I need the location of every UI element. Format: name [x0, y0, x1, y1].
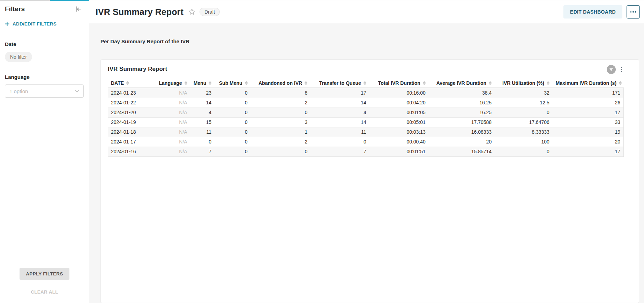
sort-icon [209, 81, 211, 85]
table-cell: 0 [215, 147, 251, 156]
sort-icon [364, 81, 366, 85]
table-cell: 11 [310, 127, 369, 137]
sort-icon [245, 81, 248, 85]
table-cell: 0 [215, 137, 251, 147]
column-header[interactable]: Sub Menu [215, 79, 251, 88]
column-header[interactable]: Menu [190, 79, 215, 88]
filter-label-language: Language [5, 74, 84, 80]
plus-icon [5, 22, 9, 26]
table-cell: 00:04:20 [369, 98, 429, 108]
table-cell: 38.4 [429, 88, 495, 98]
table-cell: 0 [310, 137, 369, 147]
table-cell: 16.25 [429, 108, 495, 117]
app-root: Filters ADD/EDIT FILTERS Date No filter … [0, 0, 644, 303]
language-select-value: 1 option [9, 88, 28, 94]
table-cell: 7 [310, 147, 369, 156]
table-cell: 12.5 [495, 98, 553, 108]
filters-title: Filters [5, 5, 25, 13]
clear-all-button[interactable]: CLEAR ALL [31, 289, 58, 295]
table-cell: 0 [215, 108, 251, 117]
column-header[interactable]: Maximum IVR Duration (s) [553, 79, 624, 88]
table-cell: 14 [310, 117, 369, 127]
table-cell: 2024-01-23 [108, 88, 149, 98]
table-cell: 00:00:40 [369, 137, 429, 147]
table-cell: 17.70588 [429, 117, 495, 127]
table-cell: 2 [251, 98, 311, 108]
table-cell: 8 [251, 88, 311, 98]
column-header[interactable]: Transfer to Queue [310, 79, 369, 88]
table-cell: 0 [215, 98, 251, 108]
table-cell: 0 [215, 88, 251, 98]
table-cell: 23 [190, 88, 215, 98]
language-select[interactable]: 1 option [5, 84, 84, 98]
table-cell: 2024-01-16 [108, 147, 149, 156]
table-cell: 19 [553, 127, 624, 137]
column-header[interactable]: DATE [108, 79, 149, 88]
chart-menu-icon[interactable] [620, 66, 623, 73]
table-cell: 0 [215, 117, 251, 127]
table-cell: 20 [553, 137, 624, 147]
table-cell: 33 [553, 117, 624, 127]
collapse-sidebar-icon[interactable] [74, 5, 82, 13]
column-header[interactable]: Language [149, 79, 190, 88]
table-cell: 17 [553, 108, 624, 117]
table-cell: 4 [310, 108, 369, 117]
date-filter-chip[interactable]: No filter [5, 52, 32, 62]
dashboard-description: Per Day Summary Report of the IVR [100, 38, 639, 44]
dashboard-body: Per Day Summary Report of the IVR IVR Su… [89, 23, 644, 303]
page-title: IVR Summary Report [96, 7, 184, 17]
table-cell: 11 [190, 127, 215, 137]
table-row: 2024-01-18N/A11011100:03:1316.083338.333… [108, 127, 624, 137]
table-cell: N/A [149, 127, 190, 137]
table-cell: 2 [251, 137, 311, 147]
table-cell: 00:05:01 [369, 117, 429, 127]
table-cell: 0 [190, 137, 215, 147]
filter-label-date: Date [5, 41, 84, 47]
table-cell: 00:01:05 [369, 108, 429, 117]
column-header[interactable]: Average IVR Duration [429, 79, 495, 88]
column-header[interactable]: Total IVR Duration [369, 79, 429, 88]
table-cell: 17 [310, 88, 369, 98]
table-cell: N/A [149, 137, 190, 147]
table-cell: N/A [149, 147, 190, 156]
table-cell: 0 [495, 108, 553, 117]
column-header[interactable]: Abandoned on IVR [251, 79, 311, 88]
applied-filters-icon[interactable] [607, 65, 616, 74]
table-cell: 16.08333 [429, 127, 495, 137]
main-area: IVR Summary Report Draft EDIT DASHBOARD … [89, 0, 644, 303]
table-cell: N/A [149, 117, 190, 127]
edit-dashboard-button[interactable]: EDIT DASHBOARD [563, 5, 622, 19]
table-cell: 100 [495, 137, 553, 147]
table-cell: 17 [553, 147, 624, 156]
table-row: 2024-01-22N/A14021400:04:2016.2512.526 [108, 98, 624, 108]
table-cell: 0 [495, 147, 553, 156]
table-cell: 15 [190, 117, 215, 127]
table-cell: 17.64706 [495, 117, 553, 127]
sort-icon [126, 81, 129, 85]
dashboard-menu-button[interactable] [627, 5, 640, 19]
table-cell: N/A [149, 98, 190, 108]
table-cell: 00:16:00 [369, 88, 429, 98]
column-header[interactable]: IVR Utilization (%) [495, 79, 553, 88]
sort-icon [423, 81, 426, 85]
chart-card: IVR Summary Report DATELanguageMenuSub M… [100, 59, 639, 303]
chart-title: IVR Summary Report [108, 66, 167, 73]
table-cell: 2024-01-20 [108, 108, 149, 117]
apply-filters-button[interactable]: APPLY FILTERS [20, 268, 69, 280]
table-cell: N/A [149, 108, 190, 117]
status-badge: Draft [200, 8, 220, 16]
table-cell: 2024-01-22 [108, 98, 149, 108]
table-row: 2024-01-19N/A15031400:05:0117.7058817.64… [108, 117, 624, 127]
table-cell: 14 [190, 98, 215, 108]
add-edit-filters-link[interactable]: ADD/EDIT FILTERS [5, 21, 89, 27]
table-cell: 4 [190, 108, 215, 117]
sort-icon [619, 81, 622, 85]
dashboard-header: IVR Summary Report Draft EDIT DASHBOARD [89, 0, 644, 23]
table-cell: 7 [190, 147, 215, 156]
table-header-row: DATELanguageMenuSub MenuAbandoned on IVR… [108, 79, 624, 88]
favorite-star-icon[interactable] [188, 8, 195, 15]
table-cell: 00:03:13 [369, 127, 429, 137]
table-cell: 15.85714 [429, 147, 495, 156]
table-row: 2024-01-16N/A700700:01:5115.85714017 [108, 147, 624, 156]
table-cell: 0 [251, 147, 311, 156]
